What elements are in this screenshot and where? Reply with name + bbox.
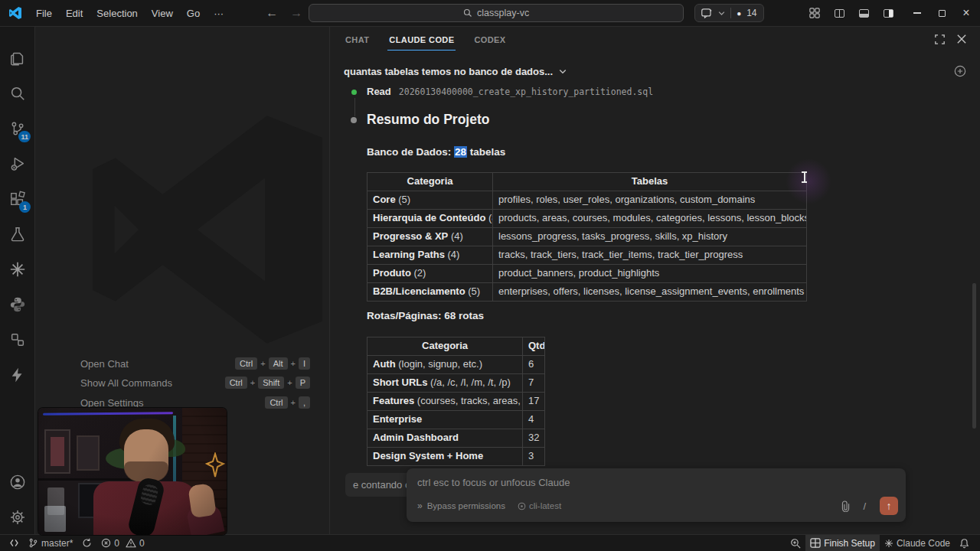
show-all-commands-link[interactable]: Show All Commands — [80, 377, 172, 389]
account-icon[interactable] — [0, 467, 35, 497]
chat-sparkle-icon — [701, 8, 713, 18]
bypass-permissions-toggle[interactable]: Bypass permissions — [427, 501, 505, 510]
run-debug-icon[interactable] — [0, 148, 35, 179]
problems-status[interactable]: 0 0 — [96, 535, 149, 551]
explorer-icon[interactable] — [0, 43, 35, 73]
webcam-overlay — [38, 408, 227, 535]
extensions-icon[interactable]: 1 — [0, 184, 35, 214]
toggle-sidebar-icon[interactable] — [879, 4, 897, 22]
project-summary-heading: Resumo do Projeto — [367, 112, 489, 128]
claude-input-box[interactable]: ctrl esc to focus or unfocus Claude » By… — [407, 468, 906, 522]
python-icon[interactable] — [0, 289, 35, 320]
settings-gear-icon[interactable] — [0, 502, 35, 533]
expand-panel-icon[interactable] — [935, 34, 945, 44]
watermark-shortcut-commands: Show All Commands Ctrl+ Shift+ P — [80, 375, 310, 390]
conversation-title-dropdown[interactable]: quantas tabelas temos no banco de dados.… — [344, 66, 567, 77]
open-chat-keys: Ctrl+ Alt+ I — [235, 357, 310, 370]
source-control-icon[interactable]: 11 — [0, 113, 35, 144]
tool-read-row[interactable]: Read 20260130400000_create_xp_history_pa… — [367, 86, 653, 97]
git-branch-status[interactable]: master* — [24, 535, 77, 551]
table-header-row: Categoria Qtd — [368, 337, 544, 356]
references-icon[interactable] — [0, 324, 35, 355]
finish-setup-button[interactable]: Finish Setup — [805, 535, 880, 551]
model-icon — [518, 502, 526, 510]
message-bullet — [351, 117, 357, 123]
menu-edit[interactable]: Edit — [59, 0, 90, 27]
open-settings-link[interactable]: Open Settings — [80, 397, 143, 409]
remote-indicator[interactable] — [5, 535, 24, 551]
tab-chat[interactable]: CHAT — [344, 28, 371, 50]
send-button[interactable]: ↑ — [880, 497, 898, 515]
extensions-badge: 1 — [19, 201, 31, 213]
nav-forward-icon[interactable]: → — [284, 6, 309, 20]
title-bar: File Edit Selection View Go ··· ← → clas… — [0, 0, 980, 27]
db-count-line: Banco de Dados: 28 tabelas — [367, 146, 505, 158]
search-sidebar-icon[interactable] — [0, 78, 35, 109]
branch-icon — [28, 538, 38, 548]
table-row: Produto (2) product_banners, product_hig… — [368, 265, 806, 283]
menu-go[interactable]: Go — [180, 0, 207, 27]
panel-tab-bar: CHAT CLAUDE CODE CODEX — [330, 27, 980, 51]
attach-icon[interactable] — [841, 500, 851, 512]
command-center-search[interactable]: classplay-vc — [309, 4, 684, 22]
table-row: Learning Paths (4) tracks, track_tiers, … — [368, 246, 806, 265]
new-chat-icon[interactable] — [954, 65, 966, 77]
claude-code-panel: CHAT CLAUDE CODE CODEX quantas tabelas t… — [329, 27, 980, 534]
conversation-header: quantas tabelas temos no banco de dados.… — [330, 56, 980, 86]
open-chat-link[interactable]: Open Chat — [80, 358, 129, 370]
text-cursor — [801, 171, 808, 183]
toggle-panel-icon[interactable] — [854, 4, 873, 22]
menu-selection[interactable]: Selection — [90, 0, 144, 27]
read-bullet — [351, 90, 357, 95]
notifications-bell-icon[interactable] — [955, 535, 974, 551]
table-row: Features (courses, tracks, areas, etc.) … — [368, 393, 544, 411]
tables-by-category-table: Categoria Tabelas Core (5) profiles, rol… — [367, 172, 807, 302]
settings-keys: Ctrl+ , — [265, 396, 310, 409]
sync-status[interactable] — [77, 535, 96, 551]
close-panel-icon[interactable] — [957, 34, 966, 44]
maximize-button[interactable] — [933, 4, 951, 22]
panel-scrollbar[interactable] — [972, 283, 976, 429]
setup-icon — [810, 538, 821, 548]
claude-spark-icon — [884, 539, 893, 548]
conversation-title: quantas tabelas temos no banco de dados.… — [344, 66, 553, 77]
timeline-line — [354, 98, 355, 116]
close-window-button[interactable]: × — [957, 4, 975, 22]
table-row: Auth (login, signup, etc.) 6 — [368, 356, 544, 374]
routes-by-category-table: Categoria Qtd Auth (login, signup, etc.)… — [367, 337, 545, 466]
customize-layout-icon[interactable] — [805, 4, 824, 22]
menu-more[interactable]: ··· — [207, 0, 230, 27]
vscode-logo-icon — [9, 7, 21, 19]
table-row: Enterprise 4 — [368, 411, 544, 429]
zap-icon[interactable] — [0, 360, 35, 390]
minimize-button[interactable] — [908, 4, 926, 22]
tab-claude-code[interactable]: CLAUDE CODE — [387, 28, 456, 51]
nav-back-icon[interactable]: ← — [260, 6, 284, 20]
chevron-down-icon — [718, 11, 725, 16]
table-row: Hierarquia de Conteúdo (8) products, are… — [368, 210, 806, 228]
table-row: B2B/Licenciamento (5) enterprises, offer… — [368, 283, 806, 301]
chat-count: 14 — [746, 8, 756, 18]
vscode-watermark-icon — [93, 115, 322, 344]
table-header-row: Categoria Tabelas — [368, 173, 806, 191]
table-row: Progresso & XP (4) lessons_progress, tas… — [368, 228, 806, 246]
testing-icon[interactable] — [0, 219, 35, 249]
read-filename: 20260130400000_create_xp_history_partiti… — [399, 86, 653, 97]
split-editor-icon[interactable] — [830, 4, 848, 22]
activity-bar: 11 1 — [0, 27, 35, 534]
watermark-shortcut-open-chat: Open Chat Ctrl+ Alt+ I — [80, 356, 310, 371]
claude-code-status[interactable]: Claude Code — [880, 535, 955, 551]
tab-codex[interactable]: CODEX — [472, 28, 507, 50]
table-row: Short URLs (/a, /c, /l, /m, /t, /p) 7 — [368, 374, 544, 393]
slash-commands-icon[interactable]: / — [863, 500, 866, 512]
input-placeholder: ctrl esc to focus or unfocus Claude — [417, 477, 570, 488]
scm-badge: 11 — [18, 131, 31, 142]
menu-file[interactable]: File — [29, 0, 59, 27]
menu-view[interactable]: View — [145, 0, 180, 27]
zoom-status-icon[interactable] — [786, 535, 805, 551]
warnings-icon — [126, 538, 136, 548]
copilot-pill[interactable]: ● 14 — [694, 4, 763, 22]
table-row: Admin Dashboard 32 — [368, 429, 544, 448]
claude-spark-icon[interactable] — [0, 254, 35, 285]
model-selector[interactable]: cli-latest — [518, 501, 561, 510]
